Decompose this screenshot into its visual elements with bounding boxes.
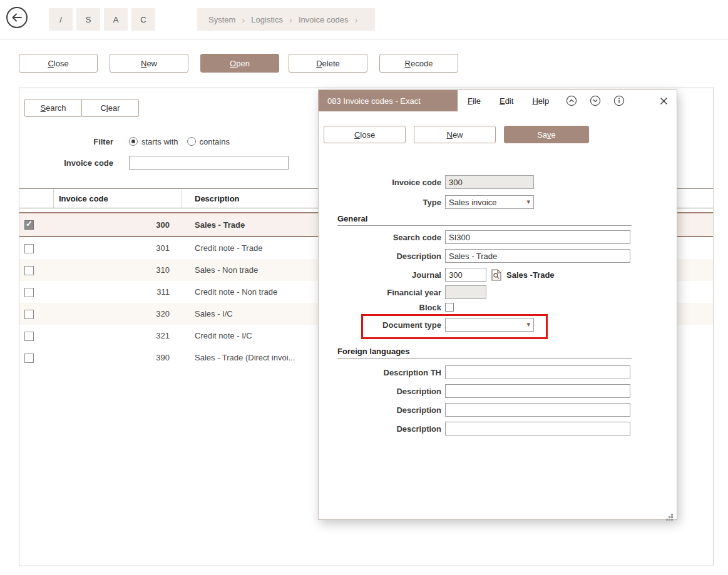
- field-description-2: Description: [319, 384, 677, 398]
- field-description: Description: [319, 249, 677, 263]
- delete-button[interactable]: Delete: [289, 54, 367, 73]
- expand-icon[interactable]: [590, 95, 601, 106]
- resize-grip[interactable]: [671, 514, 673, 516]
- open-button[interactable]: Open: [200, 54, 279, 73]
- journal-linked-name: Sales -Trade: [506, 270, 555, 280]
- search-code-label: Search code: [319, 233, 441, 242]
- field-financial-year: Financial year: [319, 285, 677, 299]
- menu-help[interactable]: Help: [532, 96, 549, 106]
- radio-starts-with[interactable]: starts with: [129, 137, 178, 146]
- financial-year-label: Financial year: [319, 288, 441, 297]
- type-select-value: Sales invoice: [449, 198, 497, 207]
- row-checkbox[interactable]: [24, 354, 34, 363]
- close-icon[interactable]: [660, 97, 668, 105]
- row-code: 321: [54, 331, 182, 340]
- dialog-save-button[interactable]: Save: [504, 126, 589, 143]
- section-divider: [337, 225, 632, 226]
- description-3-input[interactable]: [445, 403, 630, 417]
- chevron-down-icon: ▾: [526, 320, 530, 328]
- dialog-titlebar[interactable]: 083 Invoice codes - Exact File Edit Help: [319, 90, 677, 111]
- radio-selected-icon: [129, 137, 138, 146]
- row-code: 390: [54, 353, 182, 362]
- row-checkbox[interactable]: [24, 220, 34, 230]
- invoice-code-dialog: 083 Invoice codes - Exact File Edit Help…: [318, 89, 677, 520]
- description-input[interactable]: [445, 249, 630, 263]
- section-foreign-languages: Foreign languages: [337, 347, 632, 359]
- row-checkbox[interactable]: [24, 288, 34, 297]
- search-code-input[interactable]: [445, 230, 630, 244]
- dialog-new-button[interactable]: New: [414, 126, 496, 143]
- field-document-type: Document type ▾: [319, 318, 677, 332]
- document-type-select[interactable]: ▾: [445, 318, 534, 332]
- close-button[interactable]: Close: [19, 54, 98, 73]
- description-label: Description: [319, 252, 441, 261]
- menu-file[interactable]: File: [468, 96, 481, 106]
- section-foreign-languages-title: Foreign languages: [337, 347, 632, 356]
- breadcrumb-item-invoice-codes[interactable]: Invoice codes: [299, 15, 349, 24]
- invoice-code-label: Invoice code: [319, 178, 441, 187]
- row-checkbox[interactable]: [24, 310, 34, 319]
- collapse-icon[interactable]: [566, 95, 577, 106]
- toolbar: Close New Open Delete Recode: [0, 54, 728, 73]
- breadcrumb: System › Logistics › Invoice codes ›: [197, 8, 375, 31]
- chevron-down-icon: ▾: [526, 198, 530, 206]
- block-label: Block: [319, 303, 441, 312]
- block-checkbox[interactable]: [445, 303, 454, 312]
- journal-input[interactable]: [445, 268, 486, 282]
- back-button[interactable]: [5, 6, 29, 30]
- journal-label: Journal: [319, 270, 441, 280]
- invoice-code-filter-label: Invoice code: [19, 158, 113, 168]
- field-type: Type Sales invoice ▾: [319, 195, 677, 209]
- chevron-right-icon: ›: [354, 14, 357, 25]
- dialog-close-button[interactable]: Close: [324, 126, 406, 143]
- field-description-th: Description TH: [319, 365, 677, 379]
- tile-c[interactable]: C: [131, 8, 155, 31]
- topbar: / S A C System › Logistics › Invoice cod…: [0, 0, 728, 39]
- type-label: Type: [319, 198, 441, 207]
- field-block: Block: [319, 302, 677, 312]
- field-search-code: Search code: [319, 230, 677, 244]
- breadcrumb-item-logistics[interactable]: Logistics: [251, 15, 283, 24]
- section-divider: [337, 358, 632, 359]
- invoice-code-filter-input[interactable]: [129, 156, 289, 170]
- section-general-title: General: [337, 214, 632, 223]
- back-arrow-icon: [6, 21, 28, 31]
- description-th-input[interactable]: [445, 365, 630, 379]
- dialog-title: 083 Invoice codes - Exact: [319, 90, 458, 111]
- tile-slash[interactable]: /: [49, 8, 73, 31]
- field-description-3: Description: [319, 403, 677, 417]
- divider: [0, 39, 728, 39]
- tile-s[interactable]: S: [76, 8, 100, 31]
- description-th-label: Description TH: [319, 368, 441, 377]
- tile-a[interactable]: A: [104, 8, 128, 31]
- radio-contains[interactable]: contains: [187, 137, 230, 146]
- description-2-input[interactable]: [445, 384, 630, 398]
- field-invoice-code: Invoice code: [319, 175, 677, 189]
- row-code: 310: [54, 265, 182, 275]
- row-checkbox[interactable]: [24, 332, 34, 341]
- description-3-label: Description: [319, 405, 441, 415]
- menu-edit[interactable]: Edit: [500, 96, 513, 106]
- browse-journal-icon[interactable]: [491, 269, 501, 281]
- document-type-label: Document type: [319, 320, 441, 330]
- header-checkbox-column: [19, 189, 54, 208]
- breadcrumb-item-system[interactable]: System: [208, 15, 235, 24]
- field-journal: Journal Sales -Trade: [319, 268, 677, 282]
- clear-button[interactable]: Clear: [81, 99, 139, 117]
- chevron-right-icon: ›: [242, 14, 245, 25]
- row-code: 301: [54, 243, 182, 253]
- description-2-label: Description: [319, 387, 441, 396]
- new-button[interactable]: New: [110, 54, 188, 73]
- row-code: 300: [54, 220, 182, 230]
- search-button[interactable]: Search: [24, 99, 82, 117]
- type-select[interactable]: Sales invoice ▾: [445, 195, 534, 209]
- recode-button[interactable]: Recode: [379, 54, 458, 73]
- row-checkbox[interactable]: [24, 244, 34, 253]
- description-4-input[interactable]: [445, 422, 630, 435]
- financial-year-input: [445, 285, 486, 299]
- header-invoice-code[interactable]: Invoice code: [54, 189, 182, 208]
- row-code: 311: [54, 287, 182, 297]
- row-code: 320: [54, 309, 182, 318]
- row-checkbox[interactable]: [24, 266, 34, 275]
- info-icon[interactable]: [613, 95, 625, 106]
